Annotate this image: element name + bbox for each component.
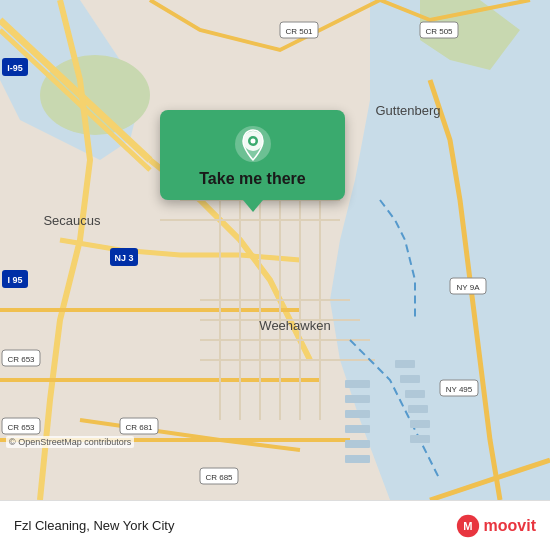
svg-point-3	[40, 55, 150, 135]
svg-rect-49	[345, 380, 370, 388]
location-name: Fzl Cleaning, New York City	[14, 518, 174, 533]
svg-text:CR 653: CR 653	[7, 423, 35, 432]
svg-text:Weehawken: Weehawken	[259, 318, 330, 333]
svg-rect-56	[400, 375, 420, 383]
svg-point-64	[250, 139, 255, 144]
svg-rect-54	[345, 455, 370, 463]
svg-text:M: M	[463, 520, 472, 532]
location-popup[interactable]: Take me there	[160, 110, 345, 200]
svg-rect-50	[345, 395, 370, 403]
moovit-brand-icon: M	[456, 514, 480, 538]
moovit-text: moovit	[484, 517, 536, 535]
svg-text:Secaucus: Secaucus	[43, 213, 101, 228]
svg-text:NY 9A: NY 9A	[457, 283, 481, 292]
svg-text:CR 501: CR 501	[285, 27, 313, 36]
svg-text:CR 685: CR 685	[205, 473, 233, 482]
svg-text:I 95: I 95	[7, 275, 22, 285]
svg-rect-53	[345, 440, 370, 448]
svg-rect-57	[405, 390, 425, 398]
svg-text:CR 505: CR 505	[425, 27, 453, 36]
svg-text:NY 495: NY 495	[446, 385, 473, 394]
pin-icon	[233, 124, 273, 164]
svg-rect-55	[395, 360, 415, 368]
svg-text:Guttenberg: Guttenberg	[375, 103, 440, 118]
popup-label: Take me there	[199, 170, 305, 188]
svg-text:CR 681: CR 681	[125, 423, 153, 432]
svg-text:NJ 3: NJ 3	[114, 253, 133, 263]
map-svg: I-95 I 95 NJ 3 CR 653 CR 653 CR 681 CR 6…	[0, 0, 550, 500]
svg-rect-51	[345, 410, 370, 418]
bottom-bar: Fzl Cleaning, New York City M moovit	[0, 500, 550, 550]
app-info: Fzl Cleaning, New York City	[14, 518, 456, 533]
osm-attribution: © OpenStreetMap contributors	[6, 436, 134, 448]
svg-rect-58	[408, 405, 428, 413]
svg-rect-60	[410, 435, 430, 443]
map-container: I-95 I 95 NJ 3 CR 653 CR 653 CR 681 CR 6…	[0, 0, 550, 500]
moovit-logo: M moovit	[456, 514, 536, 538]
svg-text:CR 653: CR 653	[7, 355, 35, 364]
svg-text:I-95: I-95	[7, 63, 23, 73]
svg-rect-59	[410, 420, 430, 428]
svg-rect-52	[345, 425, 370, 433]
